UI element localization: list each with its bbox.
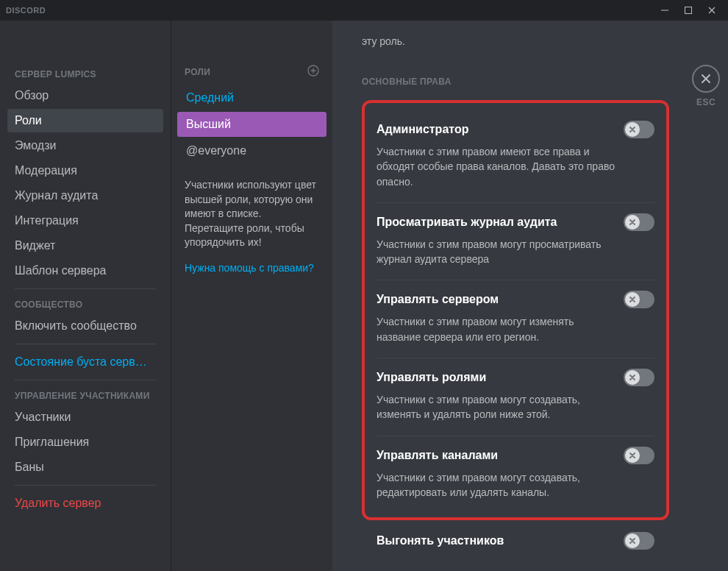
truncated-top-text: эту роль. — [362, 35, 669, 47]
window-controls — [654, 2, 722, 18]
sidebar-item-audit-log[interactable]: Журнал аудита — [7, 184, 163, 208]
titlebar: DISCORD — [0, 0, 728, 21]
roles-header: РОЛИ — [177, 65, 326, 85]
permission-description: Участники с этим правом могут изменять н… — [377, 314, 654, 344]
close-window-button[interactable] — [702, 2, 722, 18]
permission-administrator: Администратор Участники с этим правом им… — [377, 110, 654, 203]
permission-toggle[interactable] — [624, 121, 654, 138]
minimize-button[interactable] — [654, 2, 675, 18]
add-role-button[interactable] — [307, 65, 319, 79]
permission-description: Участники с этим правом могут создавать,… — [377, 392, 654, 422]
sidebar-item-roles[interactable]: Роли — [7, 109, 163, 132]
permission-title: Управлять сервером — [377, 293, 499, 306]
settings-sidebar: СЕРВЕР LUMPICS Обзор Роли Эмодзи Модерац… — [0, 21, 171, 571]
permission-title: Управлять ролями — [377, 371, 486, 384]
close-settings-button[interactable] — [692, 65, 720, 93]
role-item-everyone[interactable]: @everyone — [177, 138, 326, 163]
role-item-high[interactable]: Высший — [177, 112, 326, 137]
svg-rect-1 — [685, 7, 692, 14]
sidebar-item-template[interactable]: Шаблон сервера — [7, 259, 163, 283]
toggle-knob-off-icon — [625, 215, 640, 230]
divider — [15, 288, 156, 289]
permission-kick-members: Выгонять участников — [362, 520, 669, 550]
general-permissions-header: ОСНОВНЫЕ ПРАВА — [362, 77, 669, 87]
divider — [15, 344, 156, 344]
permission-title: Выгонять участников — [377, 534, 504, 547]
main-wrap: эту роль. ОСНОВНЫЕ ПРАВА Администратор У… — [332, 21, 728, 571]
permission-manage-roles: Управлять ролями Участники с этим правом… — [377, 358, 654, 436]
sidebar-item-members[interactable]: Участники — [7, 405, 163, 429]
permission-toggle[interactable] — [624, 369, 654, 386]
permission-toggle[interactable] — [624, 213, 654, 231]
toggle-knob-off-icon — [625, 533, 640, 548]
sidebar-item-bans[interactable]: Баны — [7, 455, 163, 479]
permission-toggle[interactable] — [624, 291, 654, 308]
permission-title: Управлять каналами — [377, 449, 498, 462]
permissions-highlight-box: Администратор Участники с этим правом им… — [362, 100, 669, 520]
close-label: ESC — [684, 97, 728, 107]
sidebar-item-widget[interactable]: Виджет — [7, 234, 163, 258]
toggle-knob-off-icon — [625, 448, 640, 463]
close-column: ESC — [684, 21, 728, 571]
sidebar-item-integrations[interactable]: Интеграция — [7, 209, 163, 233]
community-section-header: СООБЩЕСТВО — [7, 295, 163, 314]
sidebar-item-moderation[interactable]: Модерация — [7, 159, 163, 182]
roles-help-link[interactable]: Нужна помощь с правами? — [177, 258, 326, 278]
permission-manage-server: Управлять сервером Участники с этим прав… — [377, 280, 654, 358]
roles-hint-text: Участники используют цвет высшей роли, к… — [177, 165, 326, 258]
roles-list-column: РОЛИ Средний Высший @everyone Участники … — [171, 21, 332, 571]
sidebar-item-overview[interactable]: Обзор — [7, 84, 163, 107]
sidebar-item-delete-server[interactable]: Удалить сервер — [7, 492, 163, 515]
sidebar-item-enable-community[interactable]: Включить сообщество — [7, 314, 163, 338]
server-section-header: СЕРВЕР LUMPICS — [7, 65, 163, 84]
app-body: СЕРВЕР LUMPICS Обзор Роли Эмодзи Модерац… — [0, 21, 728, 571]
sidebar-item-boost-status[interactable]: Состояние буста серв… — [7, 350, 163, 374]
toggle-knob-off-icon — [625, 292, 640, 307]
permission-title: Администратор — [377, 123, 468, 136]
divider — [15, 380, 156, 380]
maximize-button[interactable] — [678, 2, 699, 18]
permission-description: Участники с этим правом могут просматрив… — [377, 237, 654, 267]
permission-description: Участники с этим правом могут создавать,… — [377, 470, 654, 500]
divider — [15, 485, 156, 486]
permission-description: Участники с этим правом имеют все права … — [377, 144, 654, 189]
sidebar-item-invites[interactable]: Приглашения — [7, 430, 163, 454]
permission-toggle[interactable] — [624, 532, 654, 550]
app-name: DISCORD — [6, 6, 46, 15]
role-item-medium[interactable]: Средний — [177, 85, 326, 110]
permission-toggle[interactable] — [624, 447, 654, 464]
permission-view-audit-log: Просматривать журнал аудита Участники с … — [377, 203, 654, 281]
sidebar-item-emoji[interactable]: Эмодзи — [7, 134, 163, 157]
permission-manage-channels: Управлять каналами Участники с этим прав… — [377, 436, 654, 514]
toggle-knob-off-icon — [625, 122, 640, 137]
permission-title: Просматривать журнал аудита — [377, 216, 557, 229]
toggle-knob-off-icon — [625, 370, 640, 385]
main-content: эту роль. ОСНОВНЫЕ ПРАВА Администратор У… — [332, 21, 684, 571]
roles-header-title: РОЛИ — [185, 67, 210, 77]
svg-rect-0 — [661, 10, 668, 11]
members-section-header: УПРАВЛЕНИЕ УЧАСТНИКАМИ — [7, 386, 163, 405]
